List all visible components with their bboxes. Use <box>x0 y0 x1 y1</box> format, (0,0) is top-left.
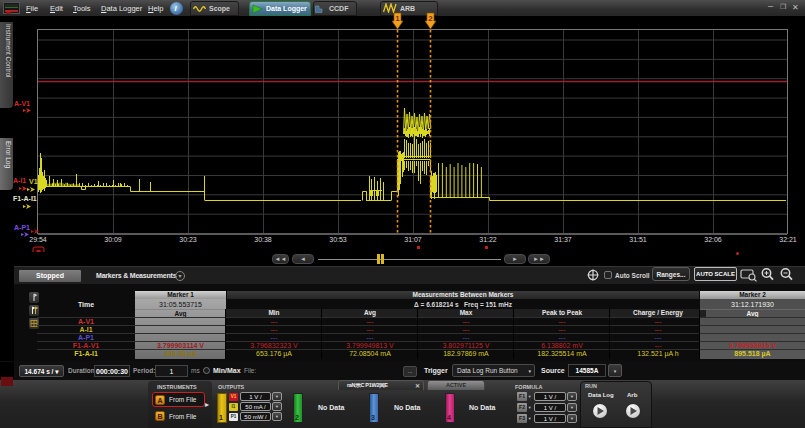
svg-text:1: 1 <box>395 14 400 23</box>
svg-text:A-I1: A-I1 <box>13 177 26 184</box>
svg-text:A-V1: A-V1 <box>14 100 30 107</box>
svg-text:V1: V1 <box>29 178 38 185</box>
svg-text:F1-A-I1: F1-A-I1 <box>13 195 37 202</box>
svg-text:A-P1: A-P1 <box>14 224 30 231</box>
svg-text:2: 2 <box>428 14 433 23</box>
